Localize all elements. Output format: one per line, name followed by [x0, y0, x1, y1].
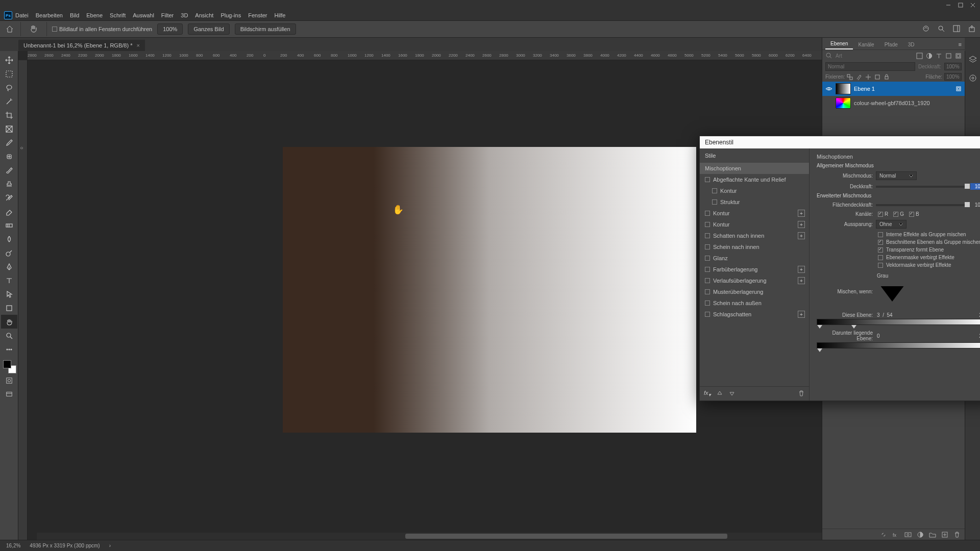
style-item-blend-options[interactable]: Mischoptionen: [700, 163, 809, 174]
pen-tool[interactable]: [1, 260, 17, 273]
this-layer-gradient[interactable]: [817, 319, 980, 325]
tab-paths[interactable]: Pfade: [879, 40, 903, 49]
adjustment-layer-icon[interactable]: [917, 531, 924, 538]
menu-select[interactable]: Auswahl: [133, 12, 154, 18]
close-button[interactable]: [968, 1, 978, 9]
document-tab[interactable]: Unbenannt-1 bei 16,2% (Ebene 1, RGB/8) *…: [18, 40, 145, 51]
underlying-layer-gradient[interactable]: [817, 342, 980, 348]
new-layer-icon[interactable]: [941, 531, 948, 538]
style-item[interactable]: Verlaufsüberlagerung+: [700, 275, 809, 286]
crop-tool[interactable]: [1, 108, 17, 122]
hand-tool[interactable]: [1, 315, 17, 329]
brush-tool[interactable]: [1, 163, 17, 177]
fill-opacity-value[interactable]: 100: [970, 202, 980, 208]
fit-screen-button[interactable]: Ganzes Bild: [188, 23, 229, 35]
layer-row[interactable]: Ebene 1: [822, 82, 965, 96]
menu-filter[interactable]: Filter: [161, 12, 174, 18]
stamp-tool[interactable]: [1, 177, 17, 191]
edit-toolbar[interactable]: [1, 342, 17, 356]
blend-if-dropdown[interactable]: Grau: [877, 273, 908, 310]
add-effect-icon[interactable]: +: [798, 277, 805, 284]
visibility-icon[interactable]: [825, 85, 832, 92]
shape-tool[interactable]: [1, 301, 17, 315]
layer-thumbnail[interactable]: [836, 83, 851, 94]
status-chevron-icon[interactable]: ›: [109, 543, 111, 548]
zoom-tool[interactable]: [1, 329, 17, 342]
gradient-tool[interactable]: [1, 218, 17, 232]
advanced-checkbox[interactable]: Ebenenmaske verbirgt Effekte: [878, 255, 980, 260]
advanced-checkbox[interactable]: Interne Effekte als Gruppe mischen: [878, 232, 980, 237]
link-layers-icon[interactable]: [880, 531, 887, 538]
status-zoom[interactable]: 16,2%: [6, 543, 20, 548]
dialog-title[interactable]: Ebenenstil: [700, 136, 980, 148]
fx-menu-icon[interactable]: fx▾: [704, 390, 711, 397]
channel-b-checkbox[interactable]: B: [909, 211, 919, 217]
blend-mode-dropdown[interactable]: Normal: [876, 171, 917, 180]
menu-help[interactable]: Hilfe: [274, 12, 285, 18]
lasso-tool[interactable]: [1, 81, 17, 94]
blend-mode-dropdown[interactable]: Normal: [825, 62, 915, 71]
knockout-dropdown[interactable]: Ohne: [876, 220, 906, 229]
home-icon[interactable]: [4, 23, 15, 35]
menu-plugins[interactable]: Plug-ins: [220, 12, 241, 18]
delete-style-icon[interactable]: [798, 390, 805, 397]
tab-3d[interactable]: 3D: [903, 40, 920, 49]
style-item[interactable]: Schein nach außen: [700, 297, 809, 309]
vertical-ruler[interactable]: 0: [18, 60, 28, 540]
eyedropper-tool[interactable]: [1, 136, 17, 149]
add-effect-icon[interactable]: +: [798, 311, 805, 318]
color-swatches[interactable]: [2, 359, 16, 373]
lock-pixels-icon[interactable]: [856, 74, 862, 80]
style-item[interactable]: Kontur: [700, 185, 809, 196]
menu-3d[interactable]: 3D: [181, 12, 188, 18]
style-item[interactable]: Struktur: [700, 196, 809, 208]
style-item[interactable]: Kontur+: [700, 219, 809, 230]
search-icon[interactable]: [937, 24, 945, 34]
panel-menu-icon[interactable]: ≡: [955, 39, 965, 49]
tab-layers[interactable]: Ebenen: [825, 39, 853, 49]
menu-file[interactable]: Datei: [15, 12, 29, 18]
tab-close-icon[interactable]: ×: [136, 42, 139, 48]
type-tool[interactable]: [1, 273, 17, 287]
minimize-button[interactable]: [943, 1, 953, 9]
canvas-horizontal-scrollbar[interactable]: [37, 533, 958, 540]
advanced-checkbox[interactable]: Transparenz formt Ebene: [878, 247, 980, 253]
tab-channels[interactable]: Kanäle: [853, 40, 879, 49]
blur-tool[interactable]: [1, 232, 17, 246]
menu-type[interactable]: Schrift: [110, 12, 126, 18]
foreground-color-swatch[interactable]: [3, 360, 11, 368]
style-item[interactable]: Musterüberlagerung: [700, 286, 809, 297]
document-canvas[interactable]: [283, 147, 696, 433]
menu-layer[interactable]: Ebene: [86, 12, 103, 18]
menu-edit[interactable]: Bearbeiten: [36, 12, 63, 18]
style-item[interactable]: Schlagschatten+: [700, 309, 809, 320]
eraser-tool[interactable]: [1, 205, 17, 218]
opacity-value[interactable]: 100: [970, 183, 980, 190]
wand-tool[interactable]: [1, 94, 17, 108]
style-item[interactable]: Farbüberlagerung+: [700, 264, 809, 275]
fill-screen-button[interactable]: Bildschirm ausfüllen: [235, 23, 296, 35]
delete-layer-icon[interactable]: [953, 531, 961, 538]
path-select-tool[interactable]: [1, 287, 17, 301]
add-effect-icon[interactable]: +: [798, 232, 805, 239]
style-item[interactable]: Schein nach innen: [700, 241, 809, 253]
channel-g-checkbox[interactable]: G: [893, 211, 904, 217]
layer-thumbnail[interactable]: [836, 97, 851, 109]
layer-mask-icon[interactable]: [904, 531, 912, 538]
filter-smart-icon[interactable]: [955, 53, 962, 59]
layer-filter-input[interactable]: [836, 53, 913, 59]
lock-all-icon[interactable]: [884, 74, 890, 80]
opacity-value[interactable]: 100%: [944, 63, 962, 70]
advanced-checkbox[interactable]: Vektormaske verbirgt Effekte: [878, 262, 980, 268]
filter-shape-icon[interactable]: [945, 53, 952, 59]
menu-image[interactable]: Bild: [70, 12, 79, 18]
menu-window[interactable]: Fenster: [248, 12, 267, 18]
cloud-icon[interactable]: [922, 24, 930, 34]
add-effect-icon[interactable]: +: [798, 266, 805, 273]
frame-tool[interactable]: [1, 122, 17, 136]
style-item[interactable]: Abgeflachte Kante und Relief: [700, 174, 809, 185]
marquee-tool[interactable]: [1, 67, 17, 81]
color-strip-icon[interactable]: [968, 73, 977, 84]
move-tool[interactable]: [1, 53, 17, 67]
style-item[interactable]: Glanz: [700, 253, 809, 264]
